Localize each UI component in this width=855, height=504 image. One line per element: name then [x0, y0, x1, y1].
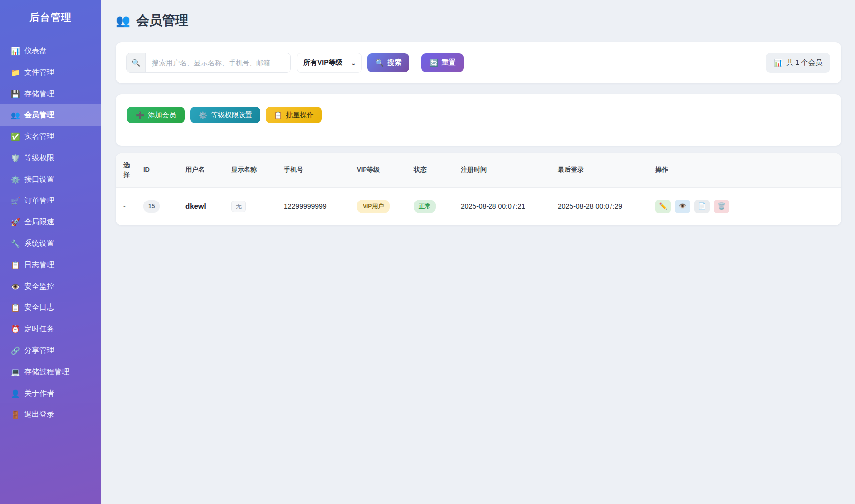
reset-button[interactable]: 🔄 重置 — [421, 53, 463, 72]
sidebar-item[interactable]: 📁 文件管理 — [0, 62, 101, 83]
sidebar-item[interactable]: 💻 存储过程管理 — [0, 361, 101, 383]
sidebar-item-label: 安全日志 — [24, 303, 54, 312]
reset-icon: 🔄 — [429, 59, 438, 67]
row-select[interactable]: - — [123, 202, 126, 210]
sidebar-item-label: 退出登录 — [24, 410, 54, 419]
chevron-down-icon: ⌄ — [351, 59, 356, 67]
edit-icon: ✏️ — [659, 202, 667, 210]
batch-ops-button[interactable]: 📋 批量操作 — [266, 107, 322, 123]
sidebar-item-label: 仪表盘 — [24, 46, 47, 56]
sidebar-item-label: 关于作者 — [24, 389, 54, 398]
detail-button[interactable]: 📄 — [694, 200, 710, 213]
sidebar-item-label: 文件管理 — [24, 68, 54, 77]
row-display-name-badge: 无 — [231, 201, 246, 212]
search-input-group: 🔍 — [126, 53, 291, 73]
sidebar-item[interactable]: 👁️ 安全监控 — [0, 276, 101, 297]
table-header-cell: VIP等级 — [349, 153, 406, 187]
sidebar-item-icon: 🔧 — [11, 239, 20, 248]
sidebar-item-icon: 💾 — [11, 90, 20, 99]
sidebar-item[interactable]: 💾 存储管理 — [0, 83, 101, 104]
sidebar-item-label: 定时任务 — [24, 324, 54, 334]
sidebar-item[interactable]: 🚀 全局限速 — [0, 211, 101, 233]
row-status-badge: 正常 — [414, 200, 436, 213]
vip-level-select-value: 所有VIP等级 — [303, 58, 343, 67]
view-button[interactable]: 👁️ — [675, 200, 690, 213]
members-table-card: 选择ID用户名显示名称手机号VIP等级状态注册时间最后登录操作 - 15 dke… — [116, 153, 841, 225]
table-header-cell: 状态 — [406, 153, 453, 187]
sidebar-item-label: 存储过程管理 — [24, 367, 69, 377]
table-header-cell: 用户名 — [177, 153, 223, 187]
search-filter-card: 🔍 所有VIP等级 ⌄ 🔍 搜索 🔄 重置 📊 共 1 个会员 — [116, 42, 841, 83]
search-icon: 🔍 — [127, 53, 146, 72]
sidebar-item-icon: ⏰ — [11, 325, 20, 334]
sidebar-item-icon: 👁️ — [11, 282, 20, 291]
add-member-button[interactable]: ➕ 添加会员 — [127, 107, 185, 123]
sidebar-menu: 📊 仪表盘 📁 文件管理 💾 存储管理 👥 会员管理 ✅ 实名管理 🛡️ 等级权… — [0, 35, 101, 425]
sidebar-item-label: 订单管理 — [24, 196, 54, 205]
row-last-login: 2025-08-28 00:07:29 — [558, 202, 622, 210]
page-title: 👥 会员管理 — [116, 12, 841, 29]
row-register-time: 2025-08-28 00:07:21 — [461, 202, 525, 210]
sidebar-item[interactable]: ⏰ 定时任务 — [0, 318, 101, 340]
row-vip-badge: VIP用户 — [357, 200, 390, 213]
sidebar-item[interactable]: 📋 日志管理 — [0, 254, 101, 276]
sidebar-item-icon: 🛒 — [11, 197, 20, 205]
sidebar-item[interactable]: 🔗 分享管理 — [0, 340, 101, 361]
sidebar-item[interactable]: 👥 会员管理 — [0, 104, 101, 126]
edit-button[interactable]: ✏️ — [655, 200, 671, 213]
view-icon: 👁️ — [678, 202, 686, 210]
sidebar-item[interactable]: 🛡️ 等级权限 — [0, 147, 101, 169]
detail-icon: 📄 — [698, 202, 706, 210]
search-button[interactable]: 🔍 搜索 — [367, 53, 409, 72]
sidebar-item-icon: 💻 — [11, 368, 20, 377]
members-table: 选择ID用户名显示名称手机号VIP等级状态注册时间最后登录操作 - 15 dke… — [116, 153, 841, 225]
sidebar-item-icon: 🔗 — [11, 346, 20, 355]
sidebar-item-icon: 🚪 — [11, 410, 20, 419]
sidebar-item-icon: ✅ — [11, 132, 20, 141]
row-username: dkewl — [185, 202, 206, 210]
sidebar-item-icon: 📁 — [11, 68, 20, 77]
sidebar-item[interactable]: ⚙️ 接口设置 — [0, 169, 101, 190]
add-member-label: 添加会员 — [148, 111, 176, 120]
table-header-cell: 注册时间 — [453, 153, 550, 187]
sidebar-item-icon: 📋 — [11, 261, 20, 270]
sidebar-item-label: 实名管理 — [24, 132, 54, 141]
main-content: 👥 会员管理 🔍 所有VIP等级 ⌄ 🔍 搜索 🔄 重置 📊 共 — [101, 0, 855, 504]
gear-icon: ⚙️ — [198, 111, 207, 119]
sidebar-item-icon: 🛡️ — [11, 154, 20, 163]
sidebar-item[interactable]: 🔧 系统设置 — [0, 233, 101, 254]
table-row: - 15 dkewl 无 12299999999 VIP用户 正常 2025-0… — [116, 187, 841, 225]
sidebar-item-label: 日志管理 — [24, 260, 54, 270]
row-id-badge: 15 — [143, 200, 160, 213]
sidebar-item-label: 分享管理 — [24, 346, 54, 355]
sidebar-item[interactable]: 🛒 订单管理 — [0, 190, 101, 211]
bar-chart-icon: 📊 — [774, 59, 782, 67]
search-input[interactable] — [146, 53, 290, 72]
members-icon: 👥 — [116, 14, 130, 28]
sidebar-item[interactable]: 🚪 退出登录 — [0, 404, 101, 425]
table-header-cell: 选择 — [116, 153, 135, 187]
app-title: 后台管理 — [0, 0, 101, 35]
sidebar-item[interactable]: ✅ 实名管理 — [0, 126, 101, 147]
sidebar-item[interactable]: 📋 安全日志 — [0, 297, 101, 318]
sidebar-item-label: 接口设置 — [24, 175, 54, 184]
sidebar-item-label: 全局限速 — [24, 217, 54, 227]
sidebar: 后台管理 📊 仪表盘 📁 文件管理 💾 存储管理 👥 会员管理 ✅ 实名管理 🛡… — [0, 0, 101, 504]
page-title-text: 会员管理 — [136, 12, 188, 29]
sidebar-item[interactable]: 📊 仪表盘 — [0, 40, 101, 62]
level-permission-label: 等级权限设置 — [211, 111, 252, 120]
search-button-icon: 🔍 — [375, 59, 384, 67]
sidebar-item-label: 安全监控 — [24, 282, 54, 291]
member-count-badge: 📊 共 1 个会员 — [766, 53, 830, 73]
delete-icon: 🗑️ — [717, 202, 725, 210]
delete-button[interactable]: 🗑️ — [714, 200, 729, 213]
reset-button-label: 重置 — [442, 58, 456, 67]
sidebar-item-icon: 👥 — [11, 111, 20, 120]
sidebar-item-label: 会员管理 — [24, 110, 54, 120]
level-permission-button[interactable]: ⚙️ 等级权限设置 — [190, 107, 260, 123]
row-actions: ✏️👁️📄🗑️ — [647, 187, 841, 225]
sidebar-item-label: 等级权限 — [24, 153, 54, 163]
table-header-cell: 最后登录 — [550, 153, 647, 187]
sidebar-item[interactable]: 👤 关于作者 — [0, 383, 101, 404]
vip-level-select[interactable]: 所有VIP等级 ⌄ — [297, 53, 362, 73]
